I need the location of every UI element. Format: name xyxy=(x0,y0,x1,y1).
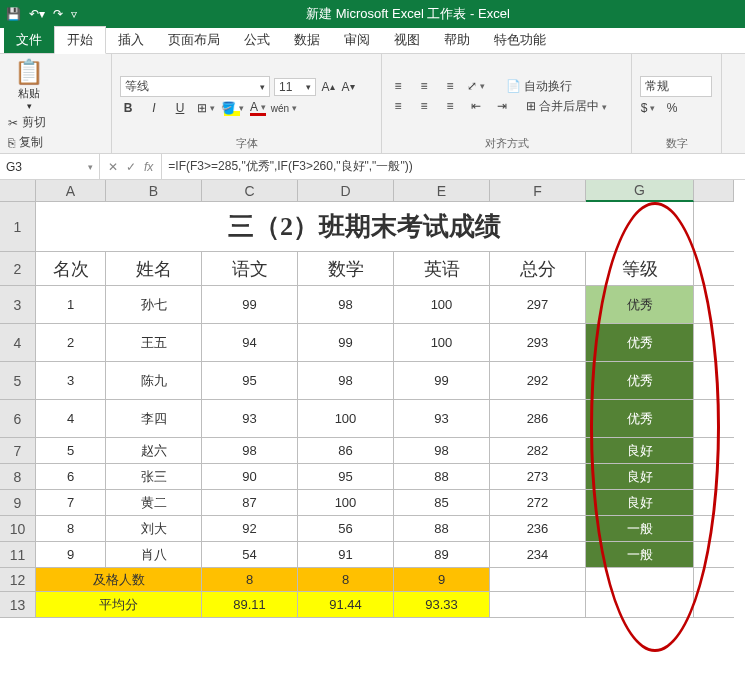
row-header-7[interactable]: 7 xyxy=(0,438,36,464)
table-header-2[interactable]: 语文 xyxy=(202,252,298,286)
cell-name[interactable]: 刘大 xyxy=(106,516,202,542)
cell-total[interactable]: 297 xyxy=(490,286,586,324)
font-name-select[interactable]: 等线▾ xyxy=(120,76,270,97)
border-button[interactable]: ⊞ xyxy=(198,100,214,116)
tab-features[interactable]: 特色功能 xyxy=(482,27,558,53)
cell-chn[interactable]: 93 xyxy=(202,400,298,438)
italic-button[interactable]: I xyxy=(146,100,162,116)
cell-grade[interactable]: 优秀 xyxy=(586,324,694,362)
cell-eng[interactable]: 98 xyxy=(394,438,490,464)
tab-help[interactable]: 帮助 xyxy=(432,27,482,53)
redo-icon[interactable]: ↷ xyxy=(53,7,63,21)
cell-eng[interactable]: 88 xyxy=(394,464,490,490)
increase-font-icon[interactable]: A▴ xyxy=(320,79,336,95)
currency-icon[interactable]: $ xyxy=(640,100,656,116)
cell-rank[interactable]: 5 xyxy=(36,438,106,464)
cell-grade[interactable]: 良好 xyxy=(586,464,694,490)
cell-blank[interactable] xyxy=(694,252,734,286)
cell-eng[interactable]: 99 xyxy=(394,362,490,400)
underline-button[interactable]: U xyxy=(172,100,188,116)
cell-grade[interactable]: 一般 xyxy=(586,542,694,568)
tab-file[interactable]: 文件 xyxy=(4,27,54,53)
cell-total[interactable]: 236 xyxy=(490,516,586,542)
cell-name[interactable]: 李四 xyxy=(106,400,202,438)
cell-total[interactable]: 272 xyxy=(490,490,586,516)
cell-eng[interactable]: 85 xyxy=(394,490,490,516)
formula-input[interactable]: =IF(F3>=285,"优秀",IF(F3>260,"良好","一般")) xyxy=(162,154,745,179)
bold-button[interactable]: B xyxy=(120,100,136,116)
cell-total[interactable]: 286 xyxy=(490,400,586,438)
avg-label[interactable]: 平均分 xyxy=(36,592,202,618)
row-header-1[interactable]: 1 xyxy=(0,202,36,252)
cell-math[interactable]: 99 xyxy=(298,324,394,362)
cell-chn[interactable]: 92 xyxy=(202,516,298,542)
cell-math[interactable]: 95 xyxy=(298,464,394,490)
number-format-select[interactable]: 常规 xyxy=(640,76,712,97)
cell-name[interactable]: 赵六 xyxy=(106,438,202,464)
select-all-corner[interactable] xyxy=(0,180,36,202)
cell-name[interactable]: 孙七 xyxy=(106,286,202,324)
cell-math[interactable]: 56 xyxy=(298,516,394,542)
row-header-4[interactable]: 4 xyxy=(0,324,36,362)
align-left-icon[interactable]: ≡ xyxy=(390,98,406,114)
cell-rank[interactable]: 3 xyxy=(36,362,106,400)
cell-chn[interactable]: 98 xyxy=(202,438,298,464)
table-header-3[interactable]: 数学 xyxy=(298,252,394,286)
tab-home[interactable]: 开始 xyxy=(54,26,106,54)
row-header-6[interactable]: 6 xyxy=(0,400,36,438)
font-color-button[interactable]: A xyxy=(250,100,266,116)
tab-formulas[interactable]: 公式 xyxy=(232,27,282,53)
cell-chn[interactable]: 99 xyxy=(202,286,298,324)
percent-icon[interactable]: % xyxy=(664,100,680,116)
cell-math[interactable]: 100 xyxy=(298,490,394,516)
cell-chn[interactable]: 54 xyxy=(202,542,298,568)
avg-chn[interactable]: 89.11 xyxy=(202,592,298,618)
col-header-F[interactable]: F xyxy=(490,180,586,202)
cell-eng[interactable]: 88 xyxy=(394,516,490,542)
worksheet[interactable]: ABCDEFG1 三（2）班期末考试成绩 2名次姓名语文数学英语总分等级31孙七… xyxy=(0,180,745,618)
align-middle-icon[interactable]: ≡ xyxy=(416,78,432,94)
cell-rank[interactable]: 6 xyxy=(36,464,106,490)
fx-icon[interactable]: fx xyxy=(144,160,153,174)
cell-eng[interactable]: 100 xyxy=(394,324,490,362)
col-header-E[interactable]: E xyxy=(394,180,490,202)
cell-rank[interactable]: 8 xyxy=(36,516,106,542)
col-header-D[interactable]: D xyxy=(298,180,394,202)
table-header-1[interactable]: 姓名 xyxy=(106,252,202,286)
cell-total[interactable]: 293 xyxy=(490,324,586,362)
pass-chn[interactable]: 8 xyxy=(202,568,298,592)
cell-name[interactable]: 陈九 xyxy=(106,362,202,400)
cell-rank[interactable]: 9 xyxy=(36,542,106,568)
align-top-icon[interactable]: ≡ xyxy=(390,78,406,94)
col-header-A[interactable]: A xyxy=(36,180,106,202)
font-size-select[interactable]: 11▾ xyxy=(274,78,316,96)
cell-math[interactable]: 86 xyxy=(298,438,394,464)
align-bottom-icon[interactable]: ≡ xyxy=(442,78,458,94)
row-header-12[interactable]: 12 xyxy=(0,568,36,592)
tab-data[interactable]: 数据 xyxy=(282,27,332,53)
cell-math[interactable]: 91 xyxy=(298,542,394,568)
confirm-icon[interactable]: ✓ xyxy=(126,160,136,174)
cell-name[interactable]: 黄二 xyxy=(106,490,202,516)
tab-review[interactable]: 审阅 xyxy=(332,27,382,53)
row-header-5[interactable]: 5 xyxy=(0,362,36,400)
tab-view[interactable]: 视图 xyxy=(382,27,432,53)
cell-rank[interactable]: 1 xyxy=(36,286,106,324)
avg-eng[interactable]: 93.33 xyxy=(394,592,490,618)
sheet-title[interactable]: 三（2）班期末考试成绩 xyxy=(36,202,694,252)
pass-label[interactable]: 及格人数 xyxy=(36,568,202,592)
cell-math[interactable]: 98 xyxy=(298,362,394,400)
row-header-3[interactable]: 3 xyxy=(0,286,36,324)
cell-name[interactable]: 张三 xyxy=(106,464,202,490)
pass-math[interactable]: 8 xyxy=(298,568,394,592)
row-header-8[interactable]: 8 xyxy=(0,464,36,490)
row-header-2[interactable]: 2 xyxy=(0,252,36,286)
cell-math[interactable]: 98 xyxy=(298,286,394,324)
col-header-extra[interactable] xyxy=(694,180,734,202)
cell-grade[interactable]: 优秀 xyxy=(586,400,694,438)
avg-math[interactable]: 91.44 xyxy=(298,592,394,618)
cell-name[interactable]: 肖八 xyxy=(106,542,202,568)
cell-grade[interactable]: 良好 xyxy=(586,490,694,516)
indent-left-icon[interactable]: ⇤ xyxy=(468,98,484,114)
cell-eng[interactable]: 100 xyxy=(394,286,490,324)
